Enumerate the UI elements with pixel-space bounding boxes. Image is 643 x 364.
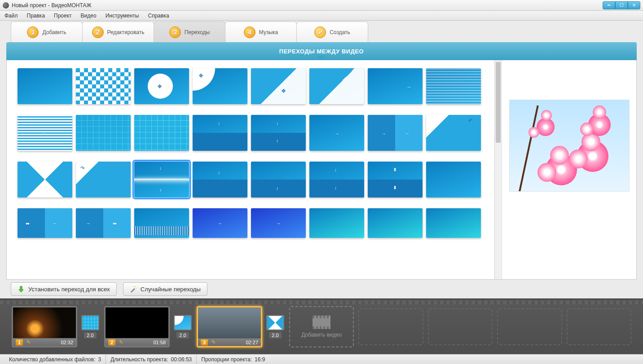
- button-label: Случайные переходы: [141, 286, 201, 293]
- transition-thumb[interactable]: →: [368, 68, 423, 104]
- transition-thumb[interactable]: ←: [193, 208, 247, 238]
- transition-thumb[interactable]: ↷: [76, 162, 131, 197]
- step-label: Создать: [330, 29, 350, 35]
- timeline: 1✎ 02:32 2.0 2✎ 01:58 2.0: [0, 298, 643, 354]
- random-button[interactable]: Случайные переходы: [123, 282, 207, 296]
- menu-file[interactable]: Файл: [3, 12, 20, 20]
- menu-edit[interactable]: Правка: [25, 12, 47, 20]
- tab-create[interactable]: ✓ Создать: [296, 22, 368, 42]
- scrollbar-thumb[interactable]: [496, 62, 501, 143]
- transition-thumb[interactable]: [76, 115, 131, 151]
- svg-point-0: [135, 286, 136, 287]
- transition-thumb[interactable]: [309, 68, 364, 104]
- button-label: Установить переход для всех: [28, 286, 110, 293]
- timeline-clip-active[interactable]: 3✎ 02:27: [197, 306, 262, 347]
- transition-thumb[interactable]: [426, 68, 481, 104]
- section-title: ПЕРЕХОДЫ МЕЖДУ ВИДЕО: [279, 48, 364, 55]
- menu-project[interactable]: Проект: [52, 12, 74, 20]
- statusbar: Количество добавленных файлов: 3 Длитель…: [0, 354, 643, 364]
- wand-icon: [130, 285, 137, 293]
- status-aspect: Пропорции проекта: 16:9: [197, 355, 269, 364]
- transition-chip[interactable]: 2.0: [173, 315, 192, 338]
- transition-thumb[interactable]: ⬍⬍: [368, 162, 423, 197]
- step-label: Переходы: [185, 29, 210, 35]
- film-icon: [313, 316, 330, 329]
- edit-icon: ✎: [211, 339, 216, 345]
- close-button[interactable]: ✕: [628, 1, 640, 9]
- clip-index: 2: [108, 339, 115, 346]
- transitions-gallery: ✥ ✥ ✥ → ↓ ↓ ↓↑ → →→ ↶ ↷ ↓↑ ↓ ↑ ↓↓ ⬍⬍ ⬌←: [7, 60, 494, 279]
- clip-index: 3: [201, 339, 208, 346]
- add-video-label: Добавить видео: [301, 332, 342, 338]
- transition-thumb[interactable]: ↑: [251, 162, 306, 197]
- tab-transitions[interactable]: 3 Переходы: [154, 22, 225, 42]
- timeline-placeholder: [497, 308, 562, 345]
- transition-duration: 2.0: [84, 332, 96, 338]
- transition-chip[interactable]: 2.0: [266, 315, 285, 338]
- menu-help[interactable]: Справка: [146, 12, 171, 20]
- edit-icon: ✎: [119, 339, 123, 345]
- edit-icon: ✎: [26, 339, 31, 345]
- transition-thumb[interactable]: [426, 208, 481, 238]
- preview-image: [509, 100, 630, 192]
- transition-thumb[interactable]: →→: [368, 115, 423, 151]
- transition-thumb[interactable]: ✥: [134, 68, 189, 104]
- transition-chip[interactable]: 2.0: [81, 315, 100, 338]
- menu-video[interactable]: Видео: [79, 12, 98, 20]
- transition-thumb[interactable]: [134, 115, 189, 151]
- step-label: Добавить: [42, 29, 66, 35]
- status-duration: Длительность проекта: 00:06:53: [106, 355, 197, 364]
- transition-thumb[interactable]: [18, 162, 72, 197]
- transition-thumb[interactable]: ✥: [251, 68, 306, 104]
- transition-thumb-selected[interactable]: ↓↑: [134, 162, 189, 197]
- status-files: Количество добавленных файлов: 3: [4, 355, 106, 364]
- clip-duration: 02:32: [61, 340, 73, 345]
- transition-thumb[interactable]: ↓↑: [251, 115, 306, 151]
- menu-tools[interactable]: Инструменты: [104, 12, 141, 20]
- transition-thumb[interactable]: ↓↓: [309, 162, 364, 197]
- add-video-button[interactable]: Добавить видео: [289, 306, 354, 347]
- apply-all-button[interactable]: Установить переход для всех: [11, 282, 117, 296]
- window-title: Новый проект - ВидеоМОНТАЖ: [12, 2, 603, 9]
- apply-icon: [18, 285, 25, 293]
- transition-thumb[interactable]: →: [251, 208, 306, 238]
- step-number-icon: 1: [27, 26, 39, 38]
- menubar: Файл Правка Проект Видео Инструменты Спр…: [0, 11, 643, 21]
- timeline-clip[interactable]: 1✎ 02:32: [12, 306, 77, 347]
- transition-thumb[interactable]: [426, 162, 481, 197]
- timeline-placeholder: [428, 308, 493, 345]
- transition-thumb[interactable]: →⬌: [76, 208, 131, 238]
- transition-duration: 2.0: [176, 332, 189, 338]
- transition-thumb[interactable]: [368, 208, 423, 238]
- tab-add[interactable]: 1 Добавить: [11, 22, 83, 42]
- step-tabs: 1 Добавить 2 Редактировать 3 Переходы 4 …: [0, 21, 643, 42]
- transition-thumb[interactable]: [134, 208, 189, 238]
- minimize-button[interactable]: ━: [603, 1, 615, 9]
- timeline-clip[interactable]: 2✎ 01:58: [104, 306, 170, 347]
- maximize-button[interactable]: ☐: [615, 1, 628, 9]
- transition-thumb[interactable]: →: [309, 115, 364, 151]
- preview-pane: [502, 60, 636, 279]
- transition-thumb[interactable]: ↓: [193, 115, 247, 151]
- transition-thumb[interactable]: [18, 68, 72, 104]
- timeline-placeholder: [358, 308, 423, 345]
- svg-point-2: [133, 286, 134, 287]
- transition-thumb[interactable]: [76, 68, 131, 104]
- step-label: Редактировать: [107, 29, 145, 35]
- transition-thumb[interactable]: ✥: [193, 68, 247, 104]
- titlebar: Новый проект - ВидеоМОНТАЖ ━ ☐ ✕: [0, 0, 643, 11]
- transition-thumb[interactable]: ⬌←: [18, 208, 72, 238]
- step-label: Музыка: [259, 29, 278, 35]
- transition-thumb[interactable]: ↓: [193, 162, 247, 197]
- transition-thumb[interactable]: ↶: [426, 115, 481, 151]
- tab-music[interactable]: 4 Музыка: [225, 22, 297, 42]
- transition-thumb[interactable]: ↓: [18, 115, 72, 151]
- step-number-icon: 2: [92, 26, 104, 38]
- clip-duration: 02:27: [246, 340, 258, 345]
- transition-duration: 2.0: [269, 332, 281, 338]
- step-number-icon: 3: [169, 26, 181, 38]
- tab-edit[interactable]: 2 Редактировать: [82, 22, 154, 42]
- app-icon: [3, 2, 9, 9]
- transition-thumb[interactable]: [309, 208, 364, 238]
- gallery-scrollbar[interactable]: [494, 60, 502, 279]
